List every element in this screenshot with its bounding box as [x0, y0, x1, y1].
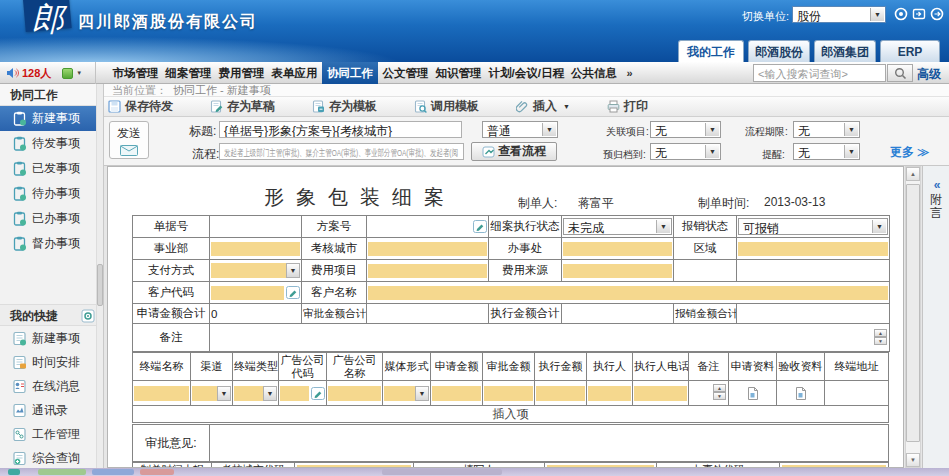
sidebar-item-new[interactable]: 新建事项 [0, 106, 103, 131]
form-scrollbar[interactable]: ▲ ▼ [905, 166, 921, 468]
load-template-button[interactable]: 调用模板 [414, 98, 479, 115]
row-remark-input[interactable]: ▲▼ [689, 381, 729, 406]
related-project-select[interactable]: 无 [650, 121, 721, 138]
sidebar-scrollbar[interactable] [96, 84, 103, 468]
menu-collaboration[interactable]: 协同工作 [322, 62, 378, 84]
quick-item-schedule[interactable]: 时间安排 [0, 350, 103, 374]
switch-unit-select[interactable]: 股份 [792, 6, 886, 23]
remind-select[interactable]: 无 [793, 143, 860, 160]
menu-public-info[interactable]: 公共信息 [568, 62, 619, 84]
save-pending-button[interactable]: 保存待发 [108, 98, 173, 115]
exec-status-select[interactable]: 未完成 [562, 216, 674, 238]
pay-method-select[interactable]: ▼ [210, 260, 302, 282]
calendar-icon [12, 355, 27, 370]
menu-documents[interactable]: 公文管理 [380, 62, 431, 84]
office-input[interactable] [562, 238, 674, 260]
search-button[interactable] [887, 64, 913, 82]
flow-icon [482, 146, 495, 158]
insert-item-row[interactable]: 插入项 [133, 406, 889, 423]
tab-my-work[interactable]: 我的工作 [678, 40, 744, 62]
region-input[interactable] [737, 238, 890, 260]
exec-amount-input[interactable] [535, 381, 587, 406]
sidebar-item-tosend[interactable]: 待发事项 [0, 131, 103, 156]
collapse-panel-icon[interactable]: « [923, 178, 949, 192]
menu-more-icon[interactable]: » [621, 62, 637, 84]
quick-item-messages[interactable]: 在线消息 [0, 374, 103, 398]
apply-amount-input[interactable] [431, 381, 483, 406]
terminal-address-cell[interactable] [825, 381, 889, 406]
search-input[interactable]: <输入搜索词查询> [753, 64, 886, 82]
apply-doc-attach[interactable] [729, 381, 777, 406]
approve-amount-input[interactable] [483, 381, 535, 406]
division-input[interactable] [210, 238, 302, 260]
terminal-name-input[interactable] [133, 381, 191, 406]
customer-name-input[interactable] [367, 282, 890, 304]
title-label: 标题: [189, 123, 216, 140]
media-type-select[interactable]: ▼ [383, 381, 431, 406]
field-label: 费用项目 [302, 260, 367, 282]
reimburse-status-select[interactable]: 可报销 [737, 216, 890, 238]
spinner-icon[interactable]: ▲▼ [874, 329, 887, 345]
customer-code-input[interactable] [210, 282, 302, 304]
detail-header: 审批金额 [483, 353, 535, 381]
presence-caret-icon[interactable]: ▼ [76, 70, 82, 76]
detail-header: 申请金额 [431, 353, 483, 381]
sidebar-item-todo[interactable]: 待办事项 [0, 181, 103, 206]
tab-erp[interactable]: ERP [880, 40, 940, 62]
menu-expense[interactable]: 费用管理 [216, 62, 267, 84]
menu-schedule[interactable]: 计划/会议/日程 [486, 62, 566, 84]
more-options-link[interactable]: 更多 ≫ [890, 144, 929, 161]
sidebar-item-supervise[interactable]: 督办事项 [0, 231, 103, 256]
presence-status-icon[interactable] [62, 68, 73, 79]
online-users[interactable]: 128人 ▼ [0, 62, 96, 84]
save-draft-button[interactable]: 存为草稿 [210, 98, 275, 115]
expense-source-input[interactable] [562, 260, 674, 282]
plan-no-input[interactable] [367, 216, 489, 238]
doc-no-input[interactable] [210, 216, 302, 238]
view-flow-button[interactable]: 查看流程 [471, 142, 557, 161]
taskbar-icon[interactable] [38, 469, 86, 475]
clipboard-icon [12, 186, 27, 201]
executor-phone-input[interactable] [633, 381, 689, 406]
gear-icon[interactable] [81, 309, 95, 323]
approval-content[interactable] [210, 425, 889, 463]
archive-select[interactable]: 无 [650, 143, 721, 160]
executor-input[interactable] [587, 381, 633, 406]
ad-company-name-input[interactable] [327, 381, 383, 406]
logout-icon[interactable] [930, 7, 944, 21]
portal-icon[interactable] [894, 7, 908, 21]
assess-city-input[interactable] [367, 238, 489, 260]
tab-langjiu-gufen[interactable]: 郎酒股份 [748, 40, 810, 62]
taskbar-icon[interactable] [140, 469, 174, 475]
insert-button[interactable]: 插入 ▼ [516, 98, 570, 115]
ad-company-code-input[interactable] [279, 381, 327, 406]
remark-input[interactable]: ▲▼ [210, 324, 890, 352]
menu-forms[interactable]: 表单应用 [269, 62, 320, 84]
tab-langjiu-group[interactable]: 郎酒集团 [814, 40, 876, 62]
advanced-search-link[interactable]: 高级 [917, 66, 941, 83]
sidebar-item-sent[interactable]: 已发事项 [0, 156, 103, 181]
menu-knowledge[interactable]: 知识管理 [433, 62, 484, 84]
flow-input[interactable]: 发起者上级部门主管(审批)、媒介主管OA(审批)、事业部分管OA(审批)、发起者… [219, 143, 464, 160]
priority-select[interactable]: 普通 [482, 121, 558, 138]
terminal-type-select[interactable]: ▼ [233, 381, 279, 406]
taskbar-icon[interactable] [8, 469, 20, 475]
channel-select[interactable]: ▼ [191, 381, 233, 406]
menu-plan-detail[interactable]: 细案管理 [163, 62, 214, 84]
quick-item-contacts[interactable]: 通讯录 [0, 398, 103, 422]
taskbar-icon[interactable] [382, 469, 502, 475]
taskbar-icon[interactable] [92, 469, 134, 475]
title-input[interactable]: {单据号}形象{方案号}{考核城市} [219, 121, 462, 138]
accept-doc-attach[interactable] [777, 381, 825, 406]
send-button[interactable]: 发送 [109, 121, 149, 159]
print-button[interactable]: 打印 [607, 98, 648, 115]
sidebar-item-done[interactable]: 已办事项 [0, 206, 103, 231]
flow-deadline-select[interactable]: 无 [793, 121, 860, 138]
save-template-button[interactable]: 存为模板 [312, 98, 377, 115]
mail-icon[interactable] [912, 7, 926, 21]
quick-item-new[interactable]: 新建事项 [0, 326, 103, 350]
expense-item-input[interactable] [367, 260, 489, 282]
quick-item-work[interactable]: 工作管理 [0, 422, 103, 446]
menu-market[interactable]: 市场管理 [110, 62, 161, 84]
quick-item-query[interactable]: 综合查询 [0, 446, 103, 470]
